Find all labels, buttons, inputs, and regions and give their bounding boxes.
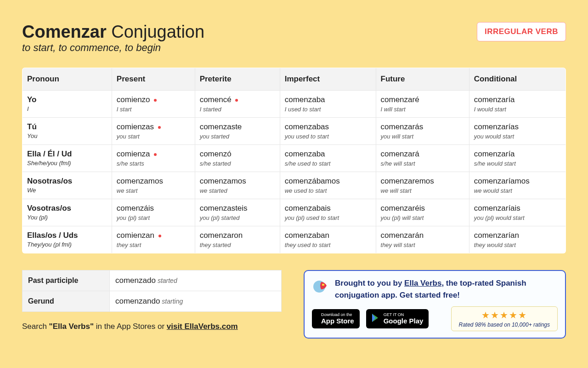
conjugation-cell: comienzas you start: [112, 118, 195, 145]
conjugation-cell: comenzaría s/he would start: [469, 145, 565, 172]
conjugation-cell: comenzará s/he will start: [376, 145, 469, 172]
column-header: Present: [112, 68, 195, 91]
conjugation-cell: comenzó s/he started: [195, 145, 280, 172]
conjugation-cell: comenzasteis you (pl) started: [195, 199, 280, 226]
gerund-value: comenzandostarting: [110, 291, 282, 312]
conjugation-table: PronounPresentPreteriteImperfectFutureCo…: [22, 68, 566, 253]
table-row: Ellas/os / UdsThey/you (pl fml)comienzan…: [23, 226, 566, 253]
table-row: TúYoucomienzas you startcomenzaste you s…: [23, 118, 566, 145]
app-store-button[interactable]: Download on theApp Store: [312, 309, 360, 328]
conjugation-cell: comenzabais you (pl) used to start: [280, 199, 376, 226]
rating-text: Rated 98% based on 10,000+ ratings: [459, 322, 550, 328]
page-title: Comenzar Conjugation: [22, 22, 204, 42]
column-header: Imperfect: [280, 68, 376, 91]
conjugation-cell: comenzarán they will start: [376, 226, 469, 253]
conjugation-cell: comenzaremos we will start: [376, 172, 469, 199]
past-participle-value: comenzadostarted: [110, 270, 282, 291]
conjugation-cell: comenzaba I used to start: [280, 91, 376, 118]
conjugation-cell: comenzabas you used to start: [280, 118, 376, 145]
promo-box: Brought to you by Ella Verbs, the top-ra…: [304, 270, 566, 339]
conjugation-cell: comenzaban they used to start: [280, 226, 376, 253]
conjugation-cell: comenzáis you (pl) start: [112, 199, 195, 226]
stars-icon: ★★★★★: [459, 310, 550, 321]
conjugation-cell: comenzaba s/he used to start: [280, 145, 376, 172]
past-participle-label: Past participle: [23, 270, 110, 291]
conjugation-cell: comencé I started: [195, 91, 280, 118]
conjugation-cell: comenzamos we start: [112, 172, 195, 199]
column-header: Preterite: [195, 68, 280, 91]
conjugation-cell: comenzábamos we used to start: [280, 172, 376, 199]
pronoun-cell: Vosotras/osYou (pl): [23, 199, 112, 226]
promo-text: Brought to you by Ella Verbs, the top-ra…: [335, 277, 558, 301]
irregular-dot-icon: [154, 99, 157, 102]
column-header: Conditional: [469, 68, 565, 91]
conjugation-cell: comienzan they start: [112, 226, 195, 253]
ella-verbs-icon: [312, 277, 330, 296]
search-hint: Search "Ella Verbs" in the App Stores or…: [22, 322, 282, 331]
pronoun-cell: TúYou: [23, 118, 112, 145]
conjugation-cell: comienzo I start: [112, 91, 195, 118]
conjugation-cell: comenzarías you would start: [469, 118, 565, 145]
rating-box: ★★★★★ Rated 98% based on 10,000+ ratings: [451, 306, 558, 331]
ella-verbs-link[interactable]: Ella Verbs: [404, 279, 441, 288]
conjugation-cell: comenzarás you will start: [376, 118, 469, 145]
irregular-verb-badge: IRREGULAR VERB: [477, 22, 566, 41]
conjugation-cell: comienza s/he starts: [112, 145, 195, 172]
verb-translation: to start, to commence, to begin: [22, 42, 204, 54]
title-suffix: Conjugation: [111, 22, 204, 41]
irregular-dot-icon: [158, 235, 161, 237]
svg-rect-1: [322, 284, 324, 286]
column-header: Future: [376, 68, 469, 91]
pronoun-cell: YoI: [23, 91, 112, 118]
irregular-dot-icon: [235, 99, 238, 102]
column-header: Pronoun: [23, 68, 112, 91]
conjugation-cell: comenzaréis you (pl) will start: [376, 199, 469, 226]
table-row: Nosotras/osWecomenzamos we startcomenzam…: [23, 172, 566, 199]
conjugation-cell: comenzaría I would start: [469, 91, 565, 118]
conjugation-cell: comenzaríamos we would start: [469, 172, 565, 199]
conjugation-cell: comenzaste you started: [195, 118, 280, 145]
play-icon: [372, 313, 380, 324]
pronoun-cell: Ellas/os / UdsThey/you (pl fml): [23, 226, 112, 253]
conjugation-cell: comenzarían they would start: [469, 226, 565, 253]
table-row: Ella / Él / UdShe/he/you (fml)comienza s…: [23, 145, 566, 172]
irregular-dot-icon: [158, 126, 161, 129]
conjugation-cell: comenzaríais you (pl) would start: [469, 199, 565, 226]
conjugation-cell: comenzamos we started: [195, 172, 280, 199]
pronoun-cell: Nosotras/osWe: [23, 172, 112, 199]
google-play-button[interactable]: GET IT ONGoogle Play: [366, 309, 429, 328]
conjugation-cell: comenzaré I will start: [376, 91, 469, 118]
verb-name: Comenzar: [22, 22, 107, 41]
visit-ellaverbs-link[interactable]: visit EllaVerbs.com: [167, 322, 238, 331]
table-row: Vosotras/osYou (pl)comenzáis you (pl) st…: [23, 199, 566, 226]
table-row: YoIcomienzo I startcomencé I startedcome…: [23, 91, 566, 118]
conjugation-cell: comenzaron they started: [195, 226, 280, 253]
gerund-label: Gerund: [23, 291, 110, 312]
participle-table: Past participle comenzadostarted Gerund …: [22, 270, 282, 312]
pronoun-cell: Ella / Él / UdShe/he/you (fml): [23, 145, 112, 172]
irregular-dot-icon: [154, 153, 157, 156]
